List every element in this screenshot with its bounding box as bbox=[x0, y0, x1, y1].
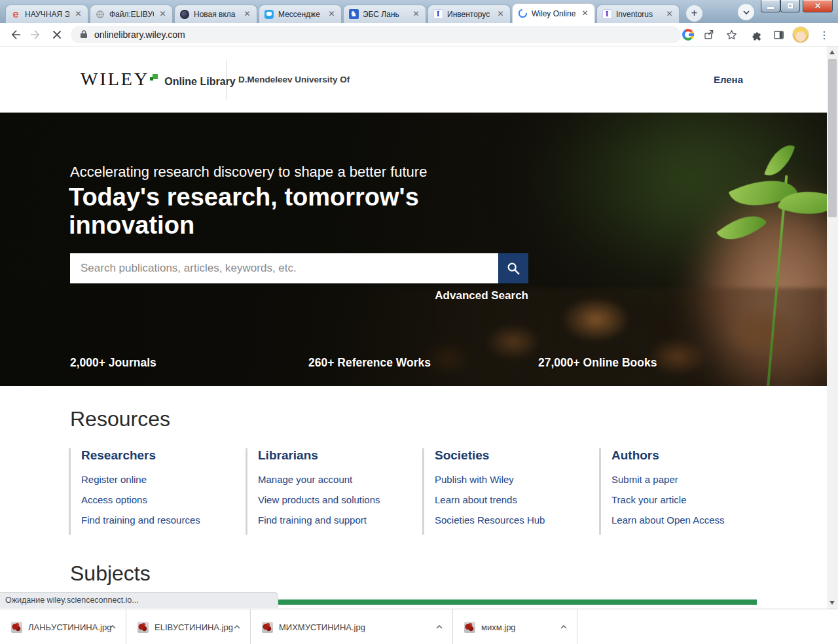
column-heading: Authors bbox=[611, 448, 765, 463]
side-panel-icon[interactable] bbox=[770, 26, 787, 43]
chevron-up-icon[interactable] bbox=[433, 620, 446, 634]
window-close-button[interactable]: ✕ bbox=[803, 0, 833, 12]
resource-link[interactable]: Publish with Wiley bbox=[435, 474, 589, 485]
tab-file[interactable]: Файл:ЕLIВУС ✕ bbox=[90, 5, 173, 23]
resource-link[interactable]: Manage your account bbox=[258, 474, 412, 485]
download-item[interactable]: михм.jpg bbox=[453, 609, 577, 644]
file-thumbnail-icon bbox=[262, 622, 273, 633]
browser-menu-icon[interactable]: ⋮ bbox=[816, 26, 833, 43]
vertical-scrollbar[interactable] bbox=[827, 46, 838, 609]
elibrary-icon: e bbox=[10, 9, 21, 20]
download-filename: МИХМУСТИНИНА.jpg bbox=[279, 622, 365, 632]
lan-deer-icon: ♞ bbox=[348, 9, 359, 20]
user-name-link[interactable]: Елена bbox=[714, 74, 743, 85]
download-filename: михм.jpg bbox=[481, 622, 516, 632]
download-item[interactable]: МИХМУСТИНИНА.jpg bbox=[251, 609, 453, 644]
tab-inventorus-ru[interactable]: I Инвенторус ✕ bbox=[428, 5, 511, 23]
tab-strip: e НАУЧНАЯ Э ✕ Файл:ЕLIВУС ✕ Новая вкла ✕… bbox=[5, 3, 702, 23]
tab-close-icon[interactable]: ✕ bbox=[242, 9, 252, 19]
tab-close-icon[interactable]: ✕ bbox=[580, 9, 590, 18]
advanced-search-link[interactable]: Advanced Search bbox=[70, 289, 528, 302]
hero-tagline: Accelerating research discovery to shape… bbox=[70, 164, 427, 181]
file-thumbnail-icon bbox=[137, 622, 149, 633]
tab-close-icon[interactable]: ✕ bbox=[411, 9, 421, 19]
tab-lan[interactable]: ♞ ЭБС Лань ✕ bbox=[343, 5, 426, 23]
bookmark-star-icon[interactable] bbox=[723, 26, 740, 43]
extensions-puzzle-icon[interactable] bbox=[749, 26, 766, 43]
scroll-up-arrow[interactable] bbox=[829, 50, 835, 54]
back-button[interactable] bbox=[7, 26, 24, 43]
resource-link[interactable]: Find training and resources bbox=[81, 514, 235, 526]
chevron-up-icon[interactable] bbox=[106, 620, 119, 634]
resource-link[interactable]: Societies Resources Hub bbox=[435, 514, 589, 526]
tab-title: Файл:ЕLIВУС bbox=[109, 10, 154, 19]
close-icon: ✕ bbox=[814, 1, 821, 10]
tab-search-button[interactable] bbox=[738, 4, 754, 20]
tab-close-icon[interactable]: ✕ bbox=[73, 9, 83, 19]
tab-title: Инвенторус bbox=[447, 10, 492, 19]
download-item[interactable]: ЕLIВУСТИНИНА.jpg bbox=[126, 609, 251, 644]
stat-reference-works: 260+ Reference Works bbox=[308, 356, 431, 370]
chevron-up-icon[interactable] bbox=[557, 620, 570, 634]
restore-icon bbox=[788, 3, 793, 9]
tab-inventorus-en[interactable]: I Inventorus ✕ bbox=[596, 5, 680, 23]
share-icon[interactable] bbox=[701, 26, 718, 43]
subjects-title: Subjects bbox=[70, 562, 151, 586]
dark-globe-icon bbox=[179, 9, 190, 20]
tab-new[interactable]: Новая вкла ✕ bbox=[174, 5, 257, 23]
column-heading: Librarians bbox=[258, 448, 412, 463]
logo-subtitle: Online Library bbox=[164, 76, 235, 88]
tab-title: Inventorus bbox=[616, 10, 661, 19]
url-text: onlinelibrary.wiley.com bbox=[94, 29, 185, 40]
resources-column-researchers: Researchers Register online Access optio… bbox=[69, 448, 235, 535]
lock-icon[interactable] bbox=[80, 29, 88, 41]
scroll-down-arrow[interactable] bbox=[829, 601, 835, 605]
scrollbar-thumb[interactable] bbox=[828, 59, 837, 217]
tab-wiley-active[interactable]: Wiley Online ✕ bbox=[512, 3, 595, 23]
resources-title: Resources bbox=[70, 407, 170, 431]
hero-dark-overlay bbox=[0, 113, 827, 386]
inventorus-icon: I bbox=[602, 9, 612, 20]
resource-link[interactable]: Register online bbox=[81, 474, 235, 485]
google-account-icon[interactable] bbox=[680, 26, 697, 43]
search-icon bbox=[506, 261, 520, 276]
resource-link[interactable]: View products and solutions bbox=[258, 494, 412, 505]
new-tab-button[interactable]: + bbox=[686, 5, 702, 22]
status-bubble: Ожидание wiley.scienceconnect.io... bbox=[0, 592, 278, 608]
institution-label: D.Mendeleev University Of bbox=[238, 75, 350, 84]
resource-link[interactable]: Track your article bbox=[611, 494, 765, 505]
tab-title: НАУЧНАЯ Э bbox=[25, 10, 69, 19]
profile-avatar[interactable] bbox=[792, 26, 809, 43]
address-bar[interactable]: onlinelibrary.wiley.com bbox=[71, 26, 681, 43]
wiley-logo[interactable]: WILEY Online Library bbox=[81, 69, 236, 90]
window-minimize-button[interactable] bbox=[761, 0, 780, 12]
tab-close-icon[interactable]: ✕ bbox=[327, 9, 337, 19]
hero-headline: Today's research, tomorrow's innovation bbox=[69, 183, 455, 239]
resource-link[interactable]: Learn about Open Access bbox=[611, 514, 765, 526]
resource-link[interactable]: Submit a paper bbox=[611, 474, 765, 485]
search-button[interactable] bbox=[498, 253, 528, 283]
resource-link[interactable]: Find training and support bbox=[258, 514, 412, 526]
download-filename: ЕLIВУСТИНИНА.jpg bbox=[155, 622, 233, 632]
search-bar bbox=[70, 253, 528, 283]
download-item[interactable]: ЛАНЬУСТИНИНА.jpg bbox=[0, 609, 126, 644]
resource-link[interactable]: Learn about trends bbox=[435, 494, 589, 505]
tab-elibrary[interactable]: e НАУЧНАЯ Э ✕ bbox=[5, 5, 88, 23]
tab-close-icon[interactable]: ✕ bbox=[665, 9, 674, 19]
tab-close-icon[interactable]: ✕ bbox=[496, 9, 505, 19]
tab-close-icon[interactable]: ✕ bbox=[158, 9, 168, 19]
globe-icon bbox=[95, 9, 105, 20]
search-input[interactable] bbox=[70, 253, 498, 283]
file-thumbnail-icon bbox=[11, 622, 22, 633]
forward-button[interactable] bbox=[27, 26, 45, 43]
column-heading: Societies bbox=[435, 448, 589, 463]
stop-loading-button[interactable] bbox=[48, 26, 65, 43]
chevron-up-icon[interactable] bbox=[230, 620, 244, 634]
resource-link[interactable]: Access options bbox=[81, 494, 235, 505]
resources-column-authors: Authors Submit a paper Track your articl… bbox=[599, 448, 765, 535]
window-restore-button[interactable] bbox=[780, 0, 800, 12]
file-thumbnail-icon bbox=[464, 622, 475, 633]
tab-messenger[interactable]: Мессендже ✕ bbox=[259, 5, 342, 23]
tab-title: ЭБС Лань bbox=[363, 10, 407, 19]
download-filename: ЛАНЬУСТИНИНА.jpg bbox=[28, 622, 111, 632]
